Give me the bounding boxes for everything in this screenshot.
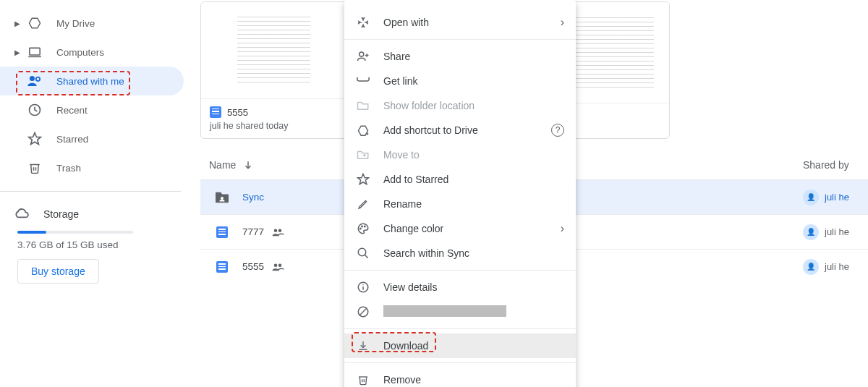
redacted-label <box>383 305 506 317</box>
menu-add-shortcut[interactable]: Add shortcut to Drive ? <box>344 118 576 143</box>
svg-line-25 <box>365 255 368 258</box>
svg-point-13 <box>359 52 364 56</box>
svg-marker-6 <box>29 133 41 145</box>
shared-folder-icon <box>213 191 231 204</box>
block-icon <box>356 305 370 318</box>
storage-bar-fill <box>17 231 46 234</box>
row-name: 5555 <box>242 261 264 272</box>
menu-change-color[interactable]: Change color › <box>344 216 576 241</box>
menu-download[interactable]: Download <box>344 333 576 358</box>
row-shared-by: juli he <box>825 261 849 272</box>
avatar: 👤 <box>803 224 819 240</box>
row-shared-by: juli he <box>825 226 849 237</box>
svg-point-10 <box>278 229 282 232</box>
open-with-icon <box>356 16 370 29</box>
sidebar-item-starred[interactable]: Starred <box>0 124 184 153</box>
search-icon <box>356 247 370 260</box>
svg-point-12 <box>278 263 282 267</box>
google-docs-icon <box>210 106 221 118</box>
sidebar-item-label: Shared with me <box>56 76 124 87</box>
info-icon <box>356 281 370 294</box>
chevron-right-icon: › <box>561 222 564 235</box>
row-shared-by: juli he <box>825 192 849 203</box>
palette-icon <box>356 222 370 235</box>
svg-point-23 <box>365 226 366 227</box>
menu-redacted[interactable] <box>344 299 576 324</box>
svg-point-8 <box>221 196 224 199</box>
menu-get-link[interactable]: Get link <box>344 69 576 93</box>
doc-card-title: 5555 <box>227 107 248 118</box>
divider <box>0 191 181 192</box>
sidebar-item-label: Recent <box>56 105 88 116</box>
suggested-doc-card[interactable]: 5555 juli he shared today <box>200 1 347 139</box>
expand-caret-icon[interactable]: ▶ <box>14 48 23 56</box>
storage-bar <box>17 231 133 234</box>
expand-caret-icon[interactable]: ▶ <box>14 20 23 27</box>
sidebar-item-label: Trash <box>56 163 81 174</box>
doc-preview <box>201 2 346 99</box>
svg-point-9 <box>274 229 278 232</box>
cloud-icon <box>13 208 30 220</box>
svg-point-3 <box>30 76 35 81</box>
menu-search-within[interactable]: Search within Sync <box>344 241 576 265</box>
sidebar-item-label: My Drive <box>56 18 95 29</box>
shared-people-icon <box>271 228 284 237</box>
svg-point-22 <box>362 226 363 227</box>
google-docs-icon <box>213 226 231 238</box>
shared-people-icon <box>271 263 284 271</box>
sort-arrow-down-icon[interactable] <box>243 160 253 170</box>
doc-card-subtitle: juli he shared today <box>210 121 338 131</box>
row-name: Sync <box>242 192 264 203</box>
pencil-icon <box>356 198 370 210</box>
svg-point-11 <box>274 263 278 267</box>
people-icon <box>26 75 43 87</box>
move-icon <box>356 150 370 160</box>
download-icon <box>356 340 370 352</box>
google-docs-icon <box>213 261 231 273</box>
sidebar-item-label: Computers <box>56 47 104 58</box>
help-icon[interactable]: ? <box>551 124 564 137</box>
svg-point-28 <box>362 284 364 286</box>
sidebar-item-storage[interactable]: Storage <box>0 203 184 225</box>
menu-add-to-starred[interactable]: Add to Starred <box>344 167 576 192</box>
menu-share[interactable]: Share <box>344 44 576 69</box>
drive-shortcut-icon <box>356 124 370 136</box>
column-shared-by[interactable]: Shared by <box>803 159 868 171</box>
svg-point-21 <box>360 228 362 229</box>
folder-icon <box>356 101 370 111</box>
menu-remove[interactable]: Remove <box>344 367 576 387</box>
sidebar-item-recent[interactable]: Recent <box>0 95 184 124</box>
sidebar-item-trash[interactable]: Trash <box>0 153 184 182</box>
menu-show-folder-location: Show folder location <box>344 93 576 118</box>
storage-usage-text: 3.76 GB of 15 GB used <box>0 239 184 250</box>
star-icon <box>356 173 370 186</box>
sidebar-item-my-drive[interactable]: ▶ My Drive <box>0 9 184 38</box>
menu-open-with[interactable]: Open with › <box>344 10 576 35</box>
storage-label: Storage <box>43 208 79 220</box>
menu-rename[interactable]: Rename <box>344 192 576 216</box>
star-icon <box>26 132 43 146</box>
sidebar-item-shared-with-me[interactable]: Shared with me <box>0 67 184 95</box>
trash-icon <box>26 161 43 175</box>
buy-storage-button[interactable]: Buy storage <box>17 259 99 284</box>
context-menu: Open with › Share Get link Show folder l… <box>344 0 576 387</box>
sidebar-item-label: Starred <box>56 134 88 145</box>
computer-icon <box>26 46 43 58</box>
svg-point-24 <box>358 248 366 256</box>
sidebar: ▶ My Drive ▶ Computers Shared with me <box>0 0 184 387</box>
menu-view-details[interactable]: View details <box>344 275 576 299</box>
svg-line-30 <box>359 308 367 316</box>
menu-move-to: Move to <box>344 143 576 167</box>
link-icon <box>356 77 370 85</box>
chevron-right-icon: › <box>561 16 564 29</box>
column-name[interactable]: Name <box>209 159 236 171</box>
row-name: 7777 <box>242 226 264 237</box>
trash-icon <box>356 373 370 386</box>
clock-icon <box>26 103 43 117</box>
svg-marker-20 <box>358 174 369 184</box>
drive-icon <box>26 17 43 30</box>
svg-rect-1 <box>30 48 40 55</box>
avatar: 👤 <box>803 259 819 275</box>
sidebar-item-computers[interactable]: ▶ Computers <box>0 38 184 67</box>
svg-marker-0 <box>30 18 41 28</box>
